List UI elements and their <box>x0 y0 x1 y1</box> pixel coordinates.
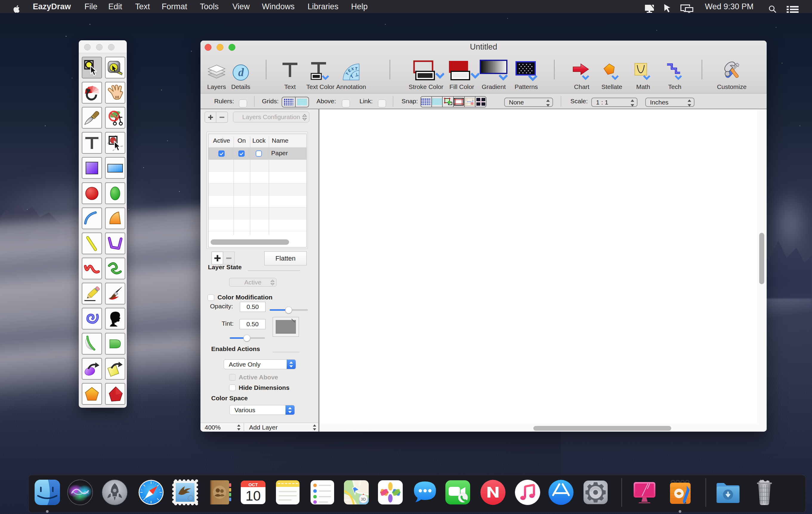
svg-text:OCT: OCT <box>249 482 258 487</box>
svg-text:T: T <box>355 66 358 71</box>
svg-text:3D: 3D <box>361 497 366 502</box>
svg-text:10: 10 <box>245 488 261 504</box>
svg-text:d: d <box>238 66 244 79</box>
